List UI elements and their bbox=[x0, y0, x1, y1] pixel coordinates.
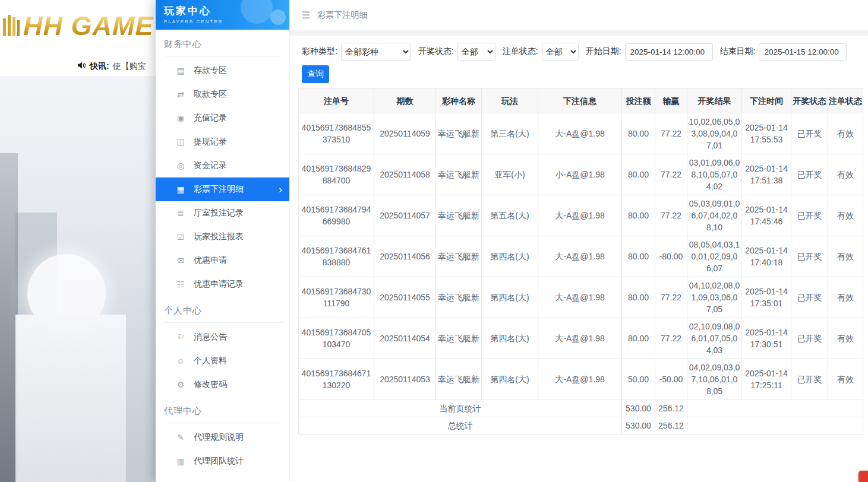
cell-amount: 80.00 bbox=[622, 236, 655, 277]
total-summary-row: 总统计530.00256.12 bbox=[299, 417, 863, 435]
sidebar-item-deposit[interactable]: ▤存款专区 bbox=[156, 59, 289, 83]
col-header: 注单状态 bbox=[828, 88, 863, 113]
sidebar-item-label: 提现记录 bbox=[194, 137, 227, 147]
promo-record-icon: ☷ bbox=[176, 280, 185, 289]
sidebar-item-promo-apply[interactable]: ✉优惠申请 bbox=[156, 249, 289, 272]
cell-time: 2025-01-14 17:40:18 bbox=[742, 236, 791, 277]
sidebar-item-withdraw[interactable]: ⇄取款专区 bbox=[156, 83, 289, 106]
sidebar-item-label: 优惠申请记录 bbox=[194, 279, 244, 290]
report-icon: ☑ bbox=[176, 232, 185, 242]
cell-lottery: 幸运飞艇新 bbox=[436, 154, 482, 195]
sidebar-item-profile[interactable]: ☺个人资料 bbox=[156, 349, 289, 373]
search-button[interactable]: 查询 bbox=[302, 65, 329, 83]
sidebar-item-label: 存款专区 bbox=[194, 65, 227, 76]
cell-period: 20250114055 bbox=[374, 277, 436, 318]
cell-amount: 80.00 bbox=[622, 113, 655, 154]
cell-play: 第四名(大) bbox=[482, 359, 538, 400]
sidebar-item-promo-apply-record[interactable]: ☷优惠申请记录 bbox=[156, 272, 289, 296]
sidebar-item-label: 代理团队统计 bbox=[194, 456, 244, 467]
summary-amount: 530.00 bbox=[622, 417, 655, 435]
sidebar-item-recharge-record[interactable]: ◉充值记录 bbox=[156, 106, 289, 130]
start-date-input[interactable] bbox=[625, 43, 713, 61]
lottery-detail-icon: ▦ bbox=[176, 185, 185, 194]
ticker-text: 使【购宝 bbox=[113, 61, 146, 72]
cell-draw_status: 已开奖 bbox=[791, 195, 828, 236]
filter-bar: 彩种类型:全部彩种开奖状态:全部注单状态:全部开始日期:结束日期: bbox=[302, 43, 868, 61]
col-header: 注单号 bbox=[299, 88, 374, 113]
cell-play: 第四名(大) bbox=[482, 236, 538, 277]
cell-bet_status: 有效 bbox=[828, 359, 863, 400]
sidebar-item-label: 充值记录 bbox=[194, 113, 227, 123]
cell-info: 大-A盘@1.98 bbox=[538, 359, 622, 400]
cell-lottery: 幸运飞艇新 bbox=[436, 277, 482, 318]
sidebar-header: 玩家中心 PLAYERS CENTER bbox=[156, 0, 289, 30]
sidebar-item-withdraw-record[interactable]: ◫提现记录 bbox=[156, 130, 289, 154]
col-header: 开奖状态 bbox=[791, 88, 828, 113]
cell-winloss: 77.22 bbox=[655, 154, 687, 195]
cell-lottery: 幸运飞艇新 bbox=[436, 236, 482, 277]
cell-info: 大-A盘@1.98 bbox=[538, 236, 622, 277]
cell-bet_status: 有效 bbox=[828, 113, 863, 154]
sidebar-item-hall-bet-record[interactable]: ≣厅室投注记录 bbox=[156, 201, 289, 225]
summary-winloss: 256.12 bbox=[655, 417, 687, 435]
end-date-input[interactable] bbox=[759, 43, 847, 61]
col-header: 期数 bbox=[374, 88, 436, 113]
team-icon: ▥ bbox=[176, 456, 185, 466]
hall-record-icon: ≣ bbox=[176, 208, 185, 218]
cell-id: 401569173684730111790 bbox=[299, 277, 374, 318]
sidebar-item-funds-record[interactable]: ◎资金记录 bbox=[156, 154, 289, 177]
cell-bet_status: 有效 bbox=[828, 318, 863, 359]
draw-status-select[interactable]: 全部 bbox=[457, 43, 495, 61]
player-center-panel: 玩家中心 PLAYERS CENTER 财务中心▤存款专区⇄取款专区◉充值记录◫… bbox=[156, 0, 868, 482]
cell-time: 2025-01-14 17:25:11 bbox=[742, 359, 791, 400]
table-row: 40156917368473011179020250114055幸运飞艇新第四名… bbox=[299, 277, 863, 318]
content-card: 彩种类型:全部彩种开奖状态:全部注单状态:全部开始日期:结束日期: 查询 注单号… bbox=[290, 36, 868, 482]
sidebar-section-label: 代理中心 bbox=[164, 397, 283, 423]
floating-widget[interactable] bbox=[858, 471, 868, 482]
filter-label-order-status: 注单状态: bbox=[503, 46, 538, 57]
topbar: ☰ 彩票下注明细 bbox=[290, 0, 868, 31]
cell-time: 2025-01-14 17:51:38 bbox=[742, 154, 791, 195]
sidebar-item-lottery-bet-detail[interactable]: ▦彩票下注明细› bbox=[156, 177, 289, 201]
cell-period: 20250114058 bbox=[374, 154, 436, 195]
cell-winloss: -50.00 bbox=[655, 359, 687, 400]
sidebar-item-agent-team-stats[interactable]: ▥代理团队统计 bbox=[156, 449, 289, 473]
col-header: 开奖结果 bbox=[687, 88, 742, 113]
cell-result: 10,02,06,05,03,08,09,04,07,01 bbox=[687, 113, 742, 154]
summary-empty bbox=[687, 417, 863, 435]
page-title: 彩票下注明细 bbox=[317, 10, 367, 21]
cell-amount: 80.00 bbox=[622, 154, 655, 195]
cell-bet_status: 有效 bbox=[828, 277, 863, 318]
cell-id: 401569173684761838880 bbox=[299, 236, 374, 277]
table-row: 40156917368485537351020250114059幸运飞艇新第三名… bbox=[299, 113, 863, 154]
cell-play: 第五名(大) bbox=[482, 195, 538, 236]
sidebar-item-change-password[interactable]: ⚙修改密码 bbox=[156, 373, 289, 397]
sidebar-item-player-bet-report[interactable]: ☑玩家投注报表 bbox=[156, 225, 289, 249]
summary-label: 当前页统计 bbox=[299, 400, 622, 417]
speaker-icon bbox=[77, 61, 86, 72]
sidebar-item-label: 代理规则说明 bbox=[194, 432, 244, 443]
cell-id: 401569173684855373510 bbox=[299, 113, 374, 154]
recharge-icon: ◉ bbox=[176, 113, 185, 123]
cell-bet_status: 有效 bbox=[828, 154, 863, 195]
cell-period: 20250114054 bbox=[374, 318, 436, 359]
cell-amount: 50.00 bbox=[622, 359, 655, 400]
filter-label-draw-status: 开奖状态: bbox=[418, 46, 454, 57]
cell-play: 第四名(大) bbox=[482, 318, 538, 359]
sidebar-item-messages[interactable]: ⚐消息公告 bbox=[156, 325, 289, 349]
col-header: 投注额 bbox=[622, 88, 655, 113]
sidebar-item-agent-rules[interactable]: ✎代理规则说明 bbox=[156, 426, 289, 449]
cell-amount: 80.00 bbox=[622, 277, 655, 318]
page-summary-row: 当前页统计530.00256.12 bbox=[299, 400, 863, 417]
cell-id: 401569173684705103470 bbox=[299, 318, 374, 359]
menu-icon[interactable]: ☰ bbox=[302, 9, 310, 21]
summary-winloss: 256.12 bbox=[655, 400, 687, 417]
funds-icon: ◎ bbox=[176, 161, 185, 170]
cell-draw_status: 已开奖 bbox=[791, 318, 828, 359]
lottery-type-select[interactable]: 全部彩种 bbox=[341, 43, 411, 61]
order-status-select[interactable]: 全部 bbox=[542, 43, 579, 61]
cell-info: 大-A盘@1.98 bbox=[538, 318, 622, 359]
sidebar-item-label: 个人资料 bbox=[194, 356, 227, 366]
chevron-right-icon: › bbox=[279, 184, 282, 195]
cell-period: 20250114057 bbox=[374, 195, 436, 236]
